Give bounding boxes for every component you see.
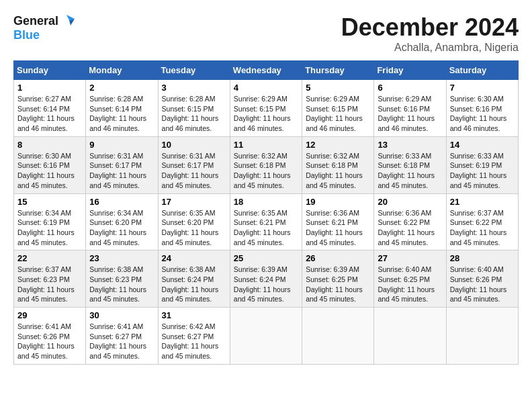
day-number: 17 [162,197,226,207]
table-row: 2 Sunrise: 6:28 AM Sunset: 6:14 PM Dayli… [86,80,158,137]
table-row [374,308,446,365]
day-number: 1 [17,83,82,93]
table-row: 31 Sunrise: 6:42 AM Sunset: 6:27 PM Dayl… [158,308,230,365]
calendar-week-row: 8 Sunrise: 6:30 AM Sunset: 6:16 PM Dayli… [14,136,519,193]
day-info: Sunrise: 6:36 AM Sunset: 6:21 PM Dayligh… [306,208,370,248]
table-row: 1 Sunrise: 6:27 AM Sunset: 6:14 PM Dayli… [14,80,86,137]
day-info: Sunrise: 6:33 AM Sunset: 6:18 PM Dayligh… [378,151,442,191]
day-number: 16 [89,197,154,207]
day-info: Sunrise: 6:30 AM Sunset: 6:16 PM Dayligh… [17,151,82,191]
day-number: 28 [450,253,515,263]
table-row: 11 Sunrise: 6:32 AM Sunset: 6:18 PM Dayl… [230,136,302,193]
day-info: Sunrise: 6:34 AM Sunset: 6:20 PM Dayligh… [89,208,154,248]
day-info: Sunrise: 6:35 AM Sunset: 6:20 PM Dayligh… [162,208,226,248]
day-info: Sunrise: 6:39 AM Sunset: 6:24 PM Dayligh… [234,265,298,304]
day-info: Sunrise: 6:38 AM Sunset: 6:24 PM Dayligh… [162,265,226,304]
col-tuesday: Tuesday [158,61,230,80]
day-info: Sunrise: 6:29 AM Sunset: 6:16 PM Dayligh… [378,94,442,134]
table-row: 29 Sunrise: 6:41 AM Sunset: 6:26 PM Dayl… [14,308,86,365]
day-number: 12 [306,140,370,150]
day-info: Sunrise: 6:28 AM Sunset: 6:14 PM Dayligh… [89,94,154,134]
day-info: Sunrise: 6:42 AM Sunset: 6:27 PM Dayligh… [162,322,226,361]
day-number: 4 [234,83,298,93]
day-info: Sunrise: 6:40 AM Sunset: 6:26 PM Dayligh… [450,265,515,304]
day-info: Sunrise: 6:37 AM Sunset: 6:23 PM Dayligh… [17,265,82,304]
day-info: Sunrise: 6:31 AM Sunset: 6:17 PM Dayligh… [162,151,226,191]
table-row: 25 Sunrise: 6:39 AM Sunset: 6:24 PM Dayl… [230,250,302,308]
table-row: 27 Sunrise: 6:40 AM Sunset: 6:25 PM Dayl… [374,250,446,308]
day-info: Sunrise: 6:41 AM Sunset: 6:27 PM Dayligh… [89,322,154,361]
day-number: 5 [306,83,370,93]
table-row: 19 Sunrise: 6:36 AM Sunset: 6:21 PM Dayl… [302,193,374,250]
day-number: 8 [17,140,82,150]
calendar-header-row: Sunday Monday Tuesday Wednesday Thursday… [14,61,519,80]
table-row: 15 Sunrise: 6:34 AM Sunset: 6:19 PM Dayl… [14,193,86,250]
day-number: 13 [378,140,442,150]
day-number: 22 [17,253,82,263]
calendar-week-row: 15 Sunrise: 6:34 AM Sunset: 6:19 PM Dayl… [14,193,519,250]
day-number: 6 [378,83,442,93]
table-row: 22 Sunrise: 6:37 AM Sunset: 6:23 PM Dayl… [14,250,86,308]
day-info: Sunrise: 6:34 AM Sunset: 6:19 PM Dayligh… [17,208,82,248]
day-info: Sunrise: 6:29 AM Sunset: 6:15 PM Dayligh… [234,94,298,134]
day-info: Sunrise: 6:39 AM Sunset: 6:25 PM Dayligh… [306,265,370,304]
table-row: 23 Sunrise: 6:38 AM Sunset: 6:23 PM Dayl… [86,250,158,308]
day-info: Sunrise: 6:32 AM Sunset: 6:18 PM Dayligh… [234,151,298,191]
logo-bird-icon [60,13,75,28]
day-info: Sunrise: 6:32 AM Sunset: 6:18 PM Dayligh… [306,151,370,191]
day-info: Sunrise: 6:27 AM Sunset: 6:14 PM Dayligh… [17,94,82,134]
day-number: 18 [234,197,298,207]
calendar-body: 1 Sunrise: 6:27 AM Sunset: 6:14 PM Dayli… [14,80,519,365]
table-row: 3 Sunrise: 6:28 AM Sunset: 6:15 PM Dayli… [158,80,230,137]
day-number: 3 [162,83,226,93]
col-wednesday: Wednesday [230,61,302,80]
day-number: 19 [306,197,370,207]
table-row: 8 Sunrise: 6:30 AM Sunset: 6:16 PM Dayli… [14,136,86,193]
col-sunday: Sunday [14,61,86,80]
calendar-week-row: 29 Sunrise: 6:41 AM Sunset: 6:26 PM Dayl… [14,308,519,365]
table-row: 17 Sunrise: 6:35 AM Sunset: 6:20 PM Dayl… [158,193,230,250]
day-number: 26 [306,253,370,263]
day-number: 31 [162,310,226,320]
table-row: 9 Sunrise: 6:31 AM Sunset: 6:17 PM Dayli… [86,136,158,193]
table-row [446,308,518,365]
day-number: 29 [17,310,82,320]
day-number: 25 [234,253,298,263]
day-info: Sunrise: 6:40 AM Sunset: 6:25 PM Dayligh… [378,265,442,304]
day-info: Sunrise: 6:28 AM Sunset: 6:15 PM Dayligh… [162,94,226,134]
table-row: 6 Sunrise: 6:29 AM Sunset: 6:16 PM Dayli… [374,80,446,137]
table-row: 26 Sunrise: 6:39 AM Sunset: 6:25 PM Dayl… [302,250,374,308]
month-title: December 2024 [341,13,519,42]
day-info: Sunrise: 6:35 AM Sunset: 6:21 PM Dayligh… [234,208,298,248]
day-info: Sunrise: 6:30 AM Sunset: 6:16 PM Dayligh… [450,94,515,134]
table-row: 28 Sunrise: 6:40 AM Sunset: 6:26 PM Dayl… [446,250,518,308]
table-row [302,308,374,365]
calendar-week-row: 1 Sunrise: 6:27 AM Sunset: 6:14 PM Dayli… [14,80,519,137]
day-number: 9 [89,140,154,150]
day-number: 30 [89,310,154,320]
day-info: Sunrise: 6:36 AM Sunset: 6:22 PM Dayligh… [378,208,442,248]
col-friday: Friday [374,61,446,80]
table-row: 5 Sunrise: 6:29 AM Sunset: 6:15 PM Dayli… [302,80,374,137]
day-info: Sunrise: 6:33 AM Sunset: 6:19 PM Dayligh… [450,151,515,191]
day-info: Sunrise: 6:38 AM Sunset: 6:23 PM Dayligh… [89,265,154,304]
day-number: 24 [162,253,226,263]
day-number: 10 [162,140,226,150]
table-row: 13 Sunrise: 6:33 AM Sunset: 6:18 PM Dayl… [374,136,446,193]
day-number: 15 [17,197,82,207]
table-row: 24 Sunrise: 6:38 AM Sunset: 6:24 PM Dayl… [158,250,230,308]
table-row: 4 Sunrise: 6:29 AM Sunset: 6:15 PM Dayli… [230,80,302,137]
header: General Blue December 2024 Achalla, Anam… [13,13,519,54]
day-number: 27 [378,253,442,263]
table-row: 20 Sunrise: 6:36 AM Sunset: 6:22 PM Dayl… [374,193,446,250]
day-number: 7 [450,83,515,93]
col-saturday: Saturday [446,61,518,80]
day-info: Sunrise: 6:41 AM Sunset: 6:26 PM Dayligh… [17,322,82,361]
logo: General Blue [13,13,75,42]
table-row: 16 Sunrise: 6:34 AM Sunset: 6:20 PM Dayl… [86,193,158,250]
day-info: Sunrise: 6:31 AM Sunset: 6:17 PM Dayligh… [89,151,154,191]
day-number: 20 [378,197,442,207]
table-row: 18 Sunrise: 6:35 AM Sunset: 6:21 PM Dayl… [230,193,302,250]
title-area: December 2024 Achalla, Anambra, Nigeria [341,13,519,54]
table-row: 30 Sunrise: 6:41 AM Sunset: 6:27 PM Dayl… [86,308,158,365]
